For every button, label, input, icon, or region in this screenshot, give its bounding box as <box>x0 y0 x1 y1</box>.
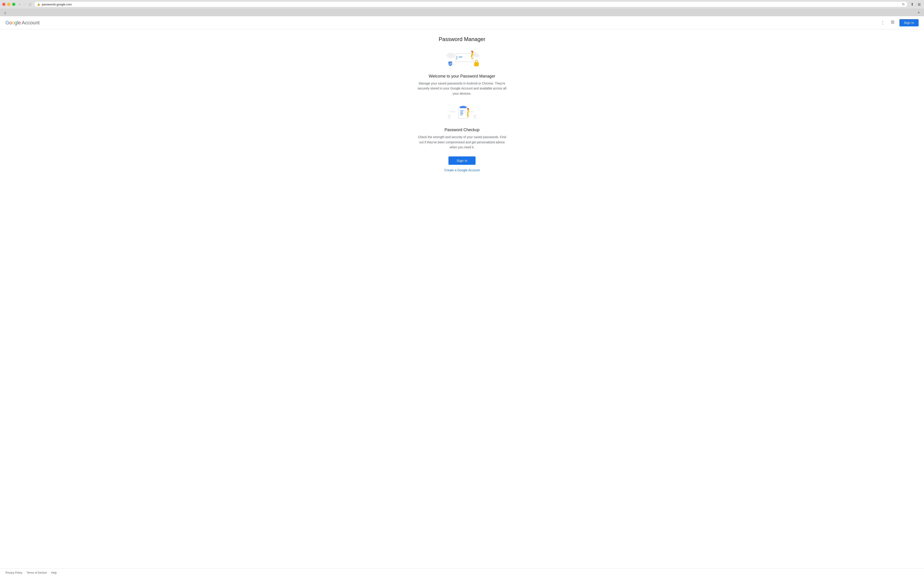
svg-rect-24 <box>460 114 462 115</box>
password-manager-illustration: *** <box>444 49 480 69</box>
page-wrapper: Google Account ⋮ Sign in Password Manage… <box>0 16 924 577</box>
reload-button[interactable]: ↻ <box>902 2 905 6</box>
terms-of-service-link[interactable]: Terms of Service <box>27 571 47 574</box>
svg-rect-23 <box>460 113 464 114</box>
lock-icon: 🔒 <box>37 3 40 6</box>
checkup-description: Check the strength and security of your … <box>417 135 507 150</box>
header: Google Account ⋮ Sign in <box>0 16 924 29</box>
main-sign-in-button[interactable]: Sign in <box>449 156 475 165</box>
tab-grid-button[interactable]: ⠿ <box>2 11 8 16</box>
e-letter: e <box>18 20 21 26</box>
svg-rect-3 <box>455 54 473 62</box>
page-title: Password Manager <box>439 36 485 42</box>
checkup-title: Password Checkup <box>444 127 479 132</box>
more-options-button[interactable]: ⋮ <box>880 19 886 26</box>
svg-point-12 <box>450 111 451 113</box>
svg-rect-26 <box>464 112 465 113</box>
browser-titlebar: ‹ › □ 🔒 ↻ ⬆ ⊞ <box>0 0 924 8</box>
svg-point-16 <box>471 111 472 113</box>
svg-point-17 <box>473 111 474 113</box>
account-label: Account <box>22 20 40 26</box>
new-tab-button[interactable]: + <box>916 10 922 16</box>
header-actions: ⋮ Sign in <box>880 19 919 26</box>
close-button[interactable] <box>2 3 5 6</box>
svg-rect-25 <box>464 110 466 111</box>
svg-rect-29 <box>467 108 469 110</box>
main-content: Password Manager *** <box>0 29 924 568</box>
password-manager-svg: *** <box>444 49 480 69</box>
password-checkup-illustration <box>444 103 480 123</box>
apps-button[interactable] <box>890 19 896 26</box>
welcome-description: Manage your saved passwords in Android o… <box>417 81 507 96</box>
help-link[interactable]: Help <box>51 571 57 574</box>
google-logo-text: Google <box>5 20 21 26</box>
svg-point-14 <box>454 111 455 113</box>
svg-rect-11 <box>476 64 477 65</box>
privacy-policy-link[interactable]: Privacy Policy <box>5 571 22 574</box>
svg-point-2 <box>474 54 479 57</box>
checkup-section: Password Checkup Check the strength and … <box>417 127 507 150</box>
o-letter-1: o <box>9 20 12 26</box>
address-bar-wrapper[interactable]: 🔒 ↻ <box>34 2 908 7</box>
forward-button[interactable]: › <box>22 2 26 7</box>
back-button[interactable]: ‹ <box>18 2 21 7</box>
header-sign-in-button[interactable]: Sign in <box>900 19 919 26</box>
welcome-title: Welcome to your Password Manager <box>429 74 495 79</box>
browser-chrome: ‹ › □ 🔒 ↻ ⬆ ⊞ ⠿ + <box>0 0 924 16</box>
svg-point-15 <box>469 111 470 113</box>
svg-rect-18 <box>459 107 468 119</box>
google-account-logo: Google Account <box>5 20 40 26</box>
address-bar-input[interactable] <box>42 3 901 6</box>
password-checkup-svg <box>444 103 480 123</box>
extensions-button[interactable]: ⊞ <box>917 2 922 7</box>
svg-point-13 <box>452 111 453 113</box>
create-account-link[interactable]: Create a Google Account <box>444 168 480 172</box>
svg-text:***: *** <box>459 56 462 59</box>
footer-dot-1: · <box>24 571 25 574</box>
svg-rect-8 <box>471 51 473 52</box>
browser-nav: ‹ › <box>18 2 26 7</box>
share-button[interactable]: ⬆ <box>909 2 915 7</box>
svg-point-0 <box>447 53 455 58</box>
svg-rect-22 <box>460 112 463 113</box>
browser-actions: ⬆ ⊞ <box>909 2 922 7</box>
o-letter-2: o <box>12 20 15 26</box>
svg-rect-21 <box>460 110 464 111</box>
footer-dot-2: · <box>48 571 49 574</box>
minimize-button[interactable] <box>7 3 10 6</box>
footer: Privacy Policy · Terms of Service · Help <box>0 568 924 577</box>
sidebar-button[interactable]: □ <box>28 2 32 6</box>
g-letter: G <box>5 20 9 26</box>
tabs-bar: ⠿ + <box>0 8 924 16</box>
svg-rect-4 <box>457 56 457 60</box>
svg-rect-20 <box>460 106 467 108</box>
maximize-button[interactable] <box>12 3 15 6</box>
g-letter-2: g <box>15 20 17 26</box>
welcome-section: Welcome to your Password Manager Manage … <box>417 74 507 96</box>
